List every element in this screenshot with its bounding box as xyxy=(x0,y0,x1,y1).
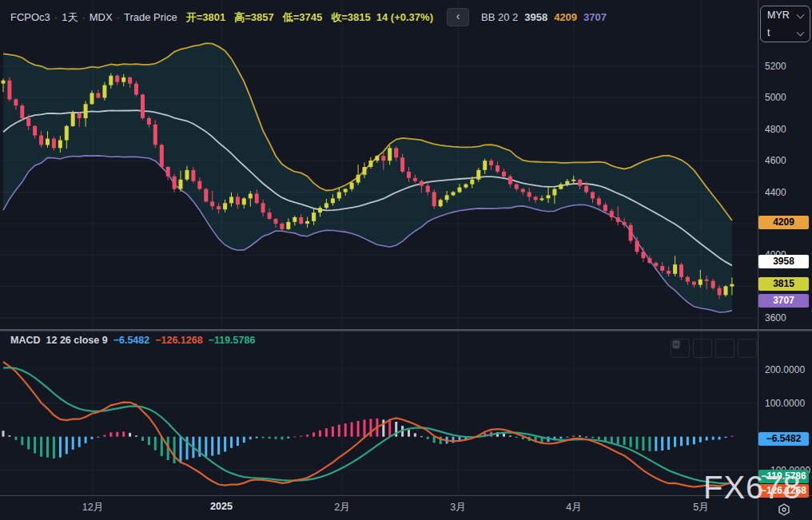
bb-upper-value: 4209 xyxy=(554,11,577,23)
chart-canvas[interactable] xyxy=(0,0,812,520)
axis-value-chip: 4209 xyxy=(758,216,809,229)
fx678-watermark: FX678 xyxy=(703,470,802,506)
axis-value-chip: 3815 xyxy=(758,277,809,291)
axis-value-chip: 3958 xyxy=(758,255,809,268)
price-tick-label: 5000 xyxy=(765,92,786,103)
maximize-icon xyxy=(671,339,682,350)
axis-value-chip: −6.5482 xyxy=(758,432,809,446)
ohlc-low: 低=3745 xyxy=(283,10,323,25)
price-tick-label: 4800 xyxy=(765,124,786,135)
interval-label: 1天 xyxy=(62,10,78,25)
price-tick-label: 4600 xyxy=(765,155,786,166)
pane-controls xyxy=(671,339,757,358)
bb-basis-value: 3958 xyxy=(524,11,547,23)
macd-line-value: −126.1268 xyxy=(155,335,202,346)
currency-value: MYR xyxy=(767,10,790,21)
price-tick-label: 5200 xyxy=(765,61,786,72)
time-tick-label: 2025 xyxy=(210,501,233,512)
legend-collapse-button[interactable]: ‹ xyxy=(447,8,469,26)
time-scale[interactable]: 12月20252月3月4月5月 xyxy=(0,496,812,520)
chevron-down-icon xyxy=(797,29,805,37)
bb-indicator-title: BB 20 2 xyxy=(481,11,518,23)
macd-indicator-title: MACD xyxy=(10,335,41,346)
unit-dropdown[interactable]: t xyxy=(761,24,810,42)
price-tick-label: 4400 xyxy=(765,187,786,198)
macd-hist-value: −6.5482 xyxy=(113,335,150,346)
ohlc-high: 高=3857 xyxy=(234,10,274,25)
trading-chart-app: FCPOc3 · 1天 · MDX · Trade Price 开=3801 高… xyxy=(0,0,812,520)
axis-value-chip: 3707 xyxy=(758,294,809,308)
chevron-down-icon xyxy=(797,11,805,19)
chevron-left-icon: ‹ xyxy=(456,10,460,22)
macd-tick-label: 100.0000 xyxy=(765,398,805,409)
pane-delete-button[interactable] xyxy=(693,339,712,358)
currency-dropdown[interactable]: MYR xyxy=(761,6,810,24)
pane-collapse-button[interactable] xyxy=(715,339,734,358)
time-tick-label: 3月 xyxy=(450,501,465,514)
macd-params: 12 26 close 9 xyxy=(46,335,108,346)
symbol-name: FCPOc3 xyxy=(10,11,50,23)
macd-signal-value: −119.5786 xyxy=(209,335,256,346)
change-percent: 14 (+0.37%) xyxy=(376,11,433,23)
scale-unit-switcher: MYR t xyxy=(760,6,810,42)
pane-maximize-button[interactable] xyxy=(738,339,757,358)
macd-legend: MACD 12 26 close 9 −6.5482 −126.1268 −11… xyxy=(10,335,255,346)
symbol-legend: FCPOc3 · 1天 · MDX · Trade Price 开=3801 高… xyxy=(10,8,607,26)
bb-lower-value: 3707 xyxy=(583,11,607,23)
exchange-label: MDX xyxy=(90,11,113,23)
ohlc-close: 收=3815 xyxy=(331,10,371,25)
right-price-scale[interactable]: 520050004800460044004200400038003600200.… xyxy=(758,0,812,520)
series-type-label: Trade Price xyxy=(124,11,177,23)
separator-dot: · xyxy=(117,11,120,23)
macd-tick-label: 200.0000 xyxy=(765,364,805,375)
time-tick-label: 4月 xyxy=(566,501,581,514)
time-tick-label: 12月 xyxy=(82,501,103,514)
separator-dot: · xyxy=(54,11,58,23)
unit-value: t xyxy=(767,27,770,38)
ohlc-open: 开=3801 xyxy=(186,10,226,25)
time-tick-label: 2月 xyxy=(334,501,349,514)
price-tick-label: 3600 xyxy=(765,312,786,324)
separator-dot: · xyxy=(82,11,85,23)
